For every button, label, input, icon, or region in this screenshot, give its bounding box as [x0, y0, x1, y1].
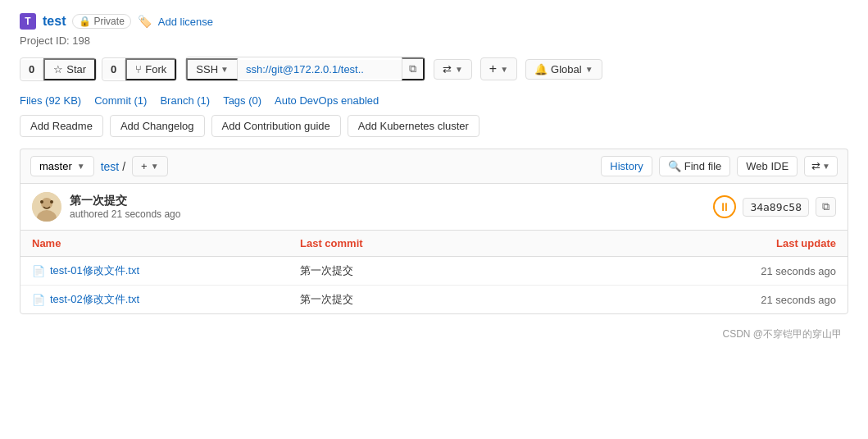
watermark: CSDN @不穿铠甲的穿山甲: [20, 327, 848, 341]
chevron-down-icon: ▼: [220, 65, 229, 74]
history-button[interactable]: History: [601, 156, 652, 176]
ssh-dropdown-button[interactable]: SSH ▼: [186, 58, 238, 80]
ssh-group: SSH ▼ ssh://git@172.2.0.1/test.. ⧉: [185, 57, 425, 81]
commit-meta: authored 21 seconds ago: [70, 208, 180, 220]
autodevops-label: Auto DevOps enabled: [275, 94, 379, 107]
private-badge: 🔒 Private: [72, 14, 130, 29]
chevron-down-icon: ▼: [77, 162, 85, 171]
col-commit-header: Last commit: [300, 237, 568, 249]
tags-stat: Tags (0): [223, 94, 261, 107]
new-file-button[interactable]: + ▼: [132, 156, 168, 176]
table-row: 📄 test-01修改文件.txt 第一次提交 21 seconds ago: [20, 257, 848, 286]
file-commit-msg: 第一次提交: [300, 263, 568, 278]
commit-link[interactable]: Commit (1): [94, 94, 147, 107]
plus-button[interactable]: + ▼: [480, 57, 517, 80]
star-count: 0: [20, 60, 43, 79]
branch-link[interactable]: Branch (1): [160, 94, 210, 107]
more-options-button[interactable]: ⇄ ▼: [804, 156, 838, 176]
commit-row: 第一次提交 authored 21 seconds ago ⏸ 34a89c58…: [20, 183, 848, 230]
compare-button[interactable]: ⇄ ▼: [434, 59, 472, 80]
web-ide-button[interactable]: Web IDE: [737, 156, 798, 176]
action-buttons-group: Add Readme Add Changelog Add Contributio…: [20, 115, 848, 137]
stats-bar: Files (92 KB) Commit (1) Branch (1) Tags…: [20, 94, 848, 107]
chevron-down-icon: ▼: [500, 65, 508, 74]
fork-icon: ⑂: [135, 63, 142, 75]
commit-message[interactable]: 第一次提交: [70, 194, 180, 208]
file-icon: 📄: [32, 294, 45, 306]
file-icon: 📄: [32, 265, 45, 277]
notifications-global-button[interactable]: 🔔 Global ▼: [525, 59, 602, 80]
commit-left: 第一次提交 authored 21 seconds ago: [32, 192, 180, 222]
add-contribution-button[interactable]: Add Contribution guide: [211, 115, 341, 137]
svg-point-4: [50, 200, 53, 203]
chevron-down-icon: ▼: [455, 65, 463, 74]
chevron-down-icon: ▼: [822, 162, 830, 171]
breadcrumb: test / + ▼: [101, 156, 168, 176]
branch-bar: master ▼ test / + ▼ History 🔍 Find file …: [20, 149, 848, 183]
fork-count: 0: [102, 60, 125, 79]
file-name-cell: 📄 test-02修改文件.txt: [32, 292, 300, 307]
files-link[interactable]: Files (92 KB): [20, 94, 81, 107]
repo-name[interactable]: test: [43, 14, 66, 29]
clone-icon: ⇄: [811, 160, 820, 172]
breadcrumb-repo-link[interactable]: test: [101, 160, 120, 173]
branch-select-button[interactable]: master ▼: [30, 156, 94, 176]
col-update-header: Last update: [568, 237, 836, 249]
copy-hash-button[interactable]: ⧉: [816, 197, 836, 217]
repo-avatar: T: [20, 13, 36, 30]
breadcrumb-separator: /: [122, 160, 125, 173]
file-link[interactable]: test-01修改文件.txt: [50, 263, 139, 278]
toolbar: 0 ☆ Star 0 ⑂ Fork SSH ▼ ssh://git@172.2.…: [20, 57, 848, 81]
tags-link[interactable]: Tags (0): [223, 94, 261, 107]
fork-button[interactable]: ⑂ Fork: [125, 58, 176, 80]
repo-header: T test 🔒 Private 🏷️ Add license: [20, 13, 848, 30]
ssh-url-display: ssh://git@172.2.0.1/test..: [238, 60, 402, 79]
copy-icon: ⧉: [409, 62, 416, 75]
pipeline-status-icon[interactable]: ⏸: [713, 195, 736, 218]
project-id: Project ID: 198: [20, 34, 848, 47]
file-link[interactable]: test-02修改文件.txt: [50, 292, 139, 307]
fork-group: 0 ⑂ Fork: [102, 57, 177, 81]
license-icon: 🏷️: [138, 15, 152, 28]
files-stat: Files (92 KB): [20, 94, 81, 107]
commit-info: 第一次提交 authored 21 seconds ago: [70, 194, 180, 220]
avatar: [32, 192, 61, 222]
lock-icon: 🔒: [79, 16, 91, 27]
avatar-image: [32, 192, 61, 222]
file-commit-msg: 第一次提交: [300, 292, 568, 307]
file-name-cell: 📄 test-01修改文件.txt: [32, 263, 300, 278]
chevron-down-icon: ▼: [151, 162, 159, 171]
file-table: Name Last commit Last update 📄 test-01修改…: [20, 230, 848, 314]
file-last-update: 21 seconds ago: [568, 265, 836, 277]
commit-hash[interactable]: 34a89c58: [743, 198, 809, 217]
svg-point-3: [40, 200, 43, 203]
add-readme-button[interactable]: Add Readme: [20, 115, 103, 137]
branch-stat: Branch (1): [160, 94, 210, 107]
star-button[interactable]: ☆ Star: [43, 58, 96, 80]
bell-icon: 🔔: [534, 63, 548, 75]
add-changelog-button[interactable]: Add Changelog: [110, 115, 205, 137]
add-license-link[interactable]: Add license: [158, 16, 213, 28]
copy-url-button[interactable]: ⧉: [402, 57, 425, 80]
star-group: 0 ☆ Star: [20, 57, 97, 81]
chevron-down-icon: ▼: [585, 65, 593, 74]
branch-right: History 🔍 Find file Web IDE ⇄ ▼: [601, 156, 838, 176]
table-row: 📄 test-02修改文件.txt 第一次提交 21 seconds ago: [20, 286, 848, 313]
search-icon: 🔍: [668, 160, 681, 172]
col-name-header: Name: [32, 237, 300, 249]
copy-icon: ⧉: [822, 200, 829, 213]
add-kubernetes-button[interactable]: Add Kubernetes cluster: [348, 115, 479, 137]
star-icon: ☆: [53, 63, 63, 75]
commit-time: authored 21 seconds ago: [70, 208, 180, 220]
svg-point-1: [41, 198, 52, 209]
plus-icon: +: [141, 160, 148, 172]
find-file-button[interactable]: 🔍 Find file: [659, 156, 731, 176]
plus-icon: +: [489, 62, 497, 76]
branch-left: master ▼ test / + ▼: [30, 156, 168, 176]
compare-icon: ⇄: [443, 63, 452, 75]
file-last-update: 21 seconds ago: [568, 294, 836, 306]
file-table-header: Name Last commit Last update: [20, 231, 848, 257]
commit-right: ⏸ 34a89c58 ⧉: [713, 195, 836, 218]
commit-stat: Commit (1): [94, 94, 147, 107]
